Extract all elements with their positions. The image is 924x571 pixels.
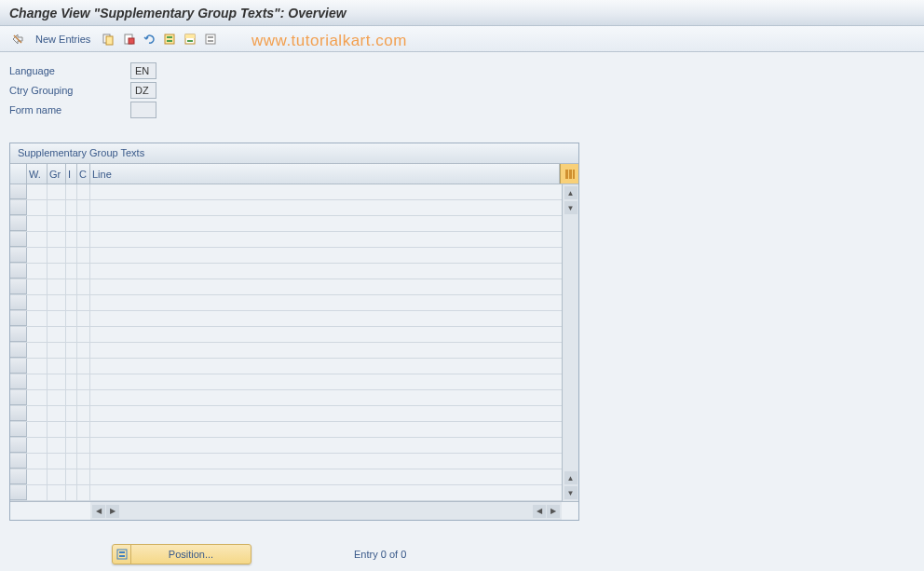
row-selector[interactable] (10, 343, 27, 358)
table-row[interactable] (10, 359, 562, 374)
row-selector[interactable] (10, 311, 27, 326)
column-w[interactable]: W. (27, 164, 48, 184)
row-selector[interactable] (10, 406, 27, 421)
scroll-right-icon[interactable]: ▶ (547, 505, 560, 518)
row-selector[interactable] (10, 359, 27, 374)
table-container: Supplementary Group Texts W. Gr I C Line (9, 143, 579, 521)
column-gr[interactable]: Gr (48, 164, 66, 184)
row-selector[interactable] (10, 295, 27, 310)
row-selector[interactable] (10, 469, 27, 484)
svg-rect-5 (167, 36, 172, 38)
table-row[interactable] (10, 248, 562, 264)
table-body: ▲ ▼ ▲ ▼ (10, 184, 578, 501)
column-c[interactable]: C (77, 164, 90, 184)
table-row[interactable] (10, 295, 562, 311)
table-row[interactable] (10, 264, 562, 279)
row-selector[interactable] (10, 485, 27, 500)
entry-status: Entry 0 of 0 (354, 549, 406, 560)
svg-rect-18 (119, 555, 125, 557)
table-row[interactable] (10, 485, 562, 501)
scroll-left-icon[interactable]: ◀ (92, 505, 105, 518)
scroll-right-icon[interactable]: ▶ (106, 505, 119, 518)
svg-rect-10 (206, 34, 215, 44)
language-label: Language (9, 65, 130, 76)
language-field[interactable] (130, 62, 156, 79)
horizontal-scrollbar: ◀ ▶ ◀ ▶ (10, 501, 578, 520)
table-title: Supplementary Group Texts (10, 143, 578, 164)
row-selector[interactable] (10, 248, 27, 263)
svg-rect-14 (569, 170, 572, 179)
svg-rect-12 (208, 40, 213, 42)
delete-icon[interactable] (120, 31, 137, 48)
table-row[interactable] (10, 343, 562, 359)
scroll-up-icon[interactable]: ▲ (564, 186, 578, 199)
row-selector[interactable] (10, 327, 27, 342)
toolbar: New Entries (0, 26, 924, 52)
table-row[interactable] (10, 374, 562, 390)
table-row[interactable] (10, 406, 562, 422)
row-selector[interactable] (10, 422, 27, 437)
row-selector[interactable] (10, 279, 27, 294)
table-settings-icon[interactable] (560, 164, 578, 184)
form-area: Language Ctry Grouping Form name (0, 52, 924, 124)
table-row[interactable] (10, 311, 562, 327)
new-entries-button[interactable]: New Entries (30, 34, 96, 45)
row-selector[interactable] (10, 200, 27, 215)
scroll-down-icon[interactable]: ▼ (564, 486, 578, 499)
table-row[interactable] (10, 327, 562, 343)
title-bar: Change View "Supplementary Group Texts":… (0, 0, 924, 26)
svg-rect-11 (208, 36, 213, 38)
table-row[interactable] (10, 216, 562, 232)
column-line[interactable]: Line (90, 164, 560, 184)
position-button[interactable]: Position... (112, 544, 251, 564)
row-selector[interactable] (10, 438, 27, 453)
footer: Position... Entry 0 of 0 (0, 544, 924, 564)
table-rows (10, 184, 562, 501)
table-row[interactable] (10, 390, 562, 406)
position-icon (113, 545, 131, 564)
table-header: W. Gr I C Line (10, 164, 578, 184)
undo-icon[interactable] (141, 31, 157, 48)
svg-rect-4 (165, 34, 174, 44)
table-row[interactable] (10, 279, 562, 295)
row-selector[interactable] (10, 390, 27, 405)
svg-rect-9 (187, 40, 193, 42)
row-selector[interactable] (10, 454, 27, 469)
column-selector[interactable] (10, 164, 27, 184)
form-name-field[interactable] (130, 102, 156, 118)
select-block-icon[interactable] (182, 31, 198, 48)
svg-rect-1 (106, 36, 113, 45)
column-i[interactable]: I (66, 164, 77, 184)
table-row[interactable] (10, 422, 562, 438)
row-selector[interactable] (10, 184, 27, 199)
svg-rect-16 (117, 550, 127, 559)
table-row[interactable] (10, 184, 562, 200)
table-row[interactable] (10, 438, 562, 454)
vertical-scrollbar[interactable]: ▲ ▼ ▲ ▼ (562, 184, 578, 501)
page-title: Change View "Supplementary Group Texts":… (9, 6, 346, 20)
select-all-icon[interactable] (161, 31, 178, 48)
table-row[interactable] (10, 200, 562, 216)
copy-icon[interactable] (100, 31, 116, 48)
row-selector[interactable] (10, 264, 27, 279)
svg-rect-3 (129, 38, 134, 44)
row-selector[interactable] (10, 232, 27, 247)
deselect-all-icon[interactable] (202, 31, 219, 48)
table-row[interactable] (10, 454, 562, 469)
scroll-down-icon[interactable]: ▼ (564, 201, 578, 214)
svg-rect-13 (565, 170, 568, 179)
ctry-grouping-field[interactable] (130, 82, 156, 99)
toggle-icon[interactable] (9, 31, 26, 48)
svg-rect-8 (185, 34, 195, 38)
svg-rect-17 (119, 551, 125, 553)
table-row[interactable] (10, 232, 562, 248)
svg-rect-15 (573, 170, 575, 179)
row-selector[interactable] (10, 374, 27, 389)
ctry-grouping-label: Ctry Grouping (9, 85, 130, 96)
row-selector[interactable] (10, 216, 27, 231)
scroll-up-icon[interactable]: ▲ (564, 471, 578, 484)
table-row[interactable] (10, 469, 562, 485)
form-name-label: Form name (9, 104, 130, 116)
scroll-left-icon[interactable]: ◀ (533, 505, 546, 518)
position-label: Position... (131, 549, 251, 560)
